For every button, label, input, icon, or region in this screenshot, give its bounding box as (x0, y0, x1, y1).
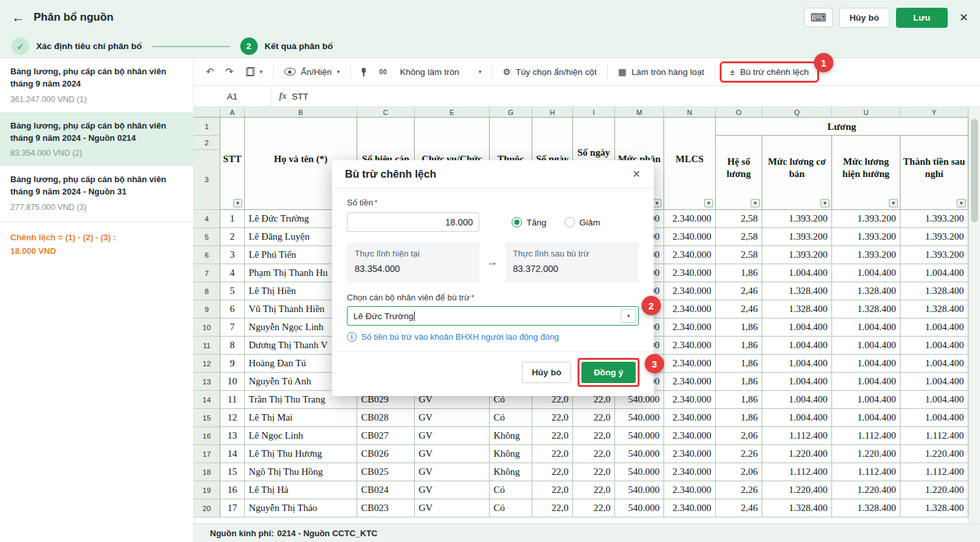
table-cell[interactable]: 540.000 (615, 463, 664, 481)
select-dropdown-button[interactable]: ▾ (621, 309, 636, 323)
table-cell[interactable]: GV (415, 427, 490, 445)
table-cell[interactable]: 22,0 (532, 445, 573, 463)
table-cell[interactable]: 540.000 (615, 409, 664, 427)
table-cell[interactable]: 1.004.400 (832, 337, 901, 355)
filter-button[interactable]: ▾ (820, 199, 829, 207)
dialog-cancel-button[interactable]: Hủy bỏ (522, 362, 571, 383)
table-cell[interactable]: 22,0 (573, 445, 615, 463)
table-cell[interactable]: 1.004.400 (762, 318, 832, 337)
table-cell[interactable]: 1.328.400 (901, 282, 968, 300)
table-cell[interactable]: 1.004.400 (762, 391, 832, 409)
redo-button[interactable]: ↷ (221, 63, 238, 80)
table-cell[interactable]: Không (490, 427, 532, 445)
table-cell[interactable]: 1.004.400 (901, 391, 968, 409)
table-cell[interactable]: 2.340.000 (664, 445, 716, 463)
rounding-dropdown[interactable]: Không làm tròn ▾ (394, 64, 487, 80)
table-cell[interactable]: 2,58 (716, 228, 762, 246)
table-cell[interactable]: 1,86 (716, 409, 762, 427)
table-cell[interactable]: 1.220.400 (832, 481, 901, 499)
table-cell[interactable]: 22,0 (573, 481, 615, 499)
step-2[interactable]: 2 Kết quả phân bổ (240, 37, 333, 55)
table-cell[interactable]: 1.393.200 (832, 228, 901, 246)
table-cell[interactable]: 1.328.400 (832, 300, 901, 318)
decimal-places-button[interactable]: 00 (375, 63, 391, 80)
table-cell[interactable]: 2.340.000 (664, 282, 716, 300)
table-cell[interactable]: 1.004.400 (832, 391, 901, 409)
table-cell[interactable]: 2.340.000 (664, 300, 716, 318)
filter-button[interactable]: ▾ (889, 199, 898, 207)
table-cell[interactable]: 1,86 (716, 373, 762, 391)
table-cell[interactable]: 1.004.400 (762, 373, 832, 391)
table-cell[interactable]: 2.340.000 (664, 409, 716, 427)
table-cell[interactable]: 1.004.400 (762, 409, 832, 427)
table-cell[interactable]: 540.000 (615, 481, 664, 499)
column-options-button[interactable]: ⚙ Tùy chọn ẩn/hiện cột (497, 63, 602, 80)
back-icon[interactable]: ← (12, 10, 25, 25)
column-header-U[interactable]: Mức lương hiện hưởng▾ (832, 136, 901, 210)
table-cell[interactable]: 1,86 (716, 264, 762, 282)
table-cell[interactable]: 2.340.000 (664, 463, 716, 481)
table-cell[interactable]: 2.340.000 (664, 355, 716, 373)
table-cell[interactable]: 5 (220, 282, 245, 300)
table-cell[interactable]: 17 (220, 499, 245, 517)
table-cell[interactable]: CB025 (357, 463, 415, 481)
table-cell[interactable]: 2,58 (716, 210, 762, 228)
column-letter-I[interactable]: I (573, 107, 615, 118)
formula-value[interactable]: STT (292, 92, 309, 101)
table-cell[interactable]: Lê Thị Hà (245, 481, 357, 499)
row-header[interactable]: 2 (194, 136, 220, 150)
table-cell[interactable]: 10 (220, 373, 245, 391)
table-cell[interactable]: 1.220.400 (832, 445, 901, 463)
row-header[interactable]: 11 (194, 337, 220, 355)
table-cell[interactable]: 1.393.200 (832, 210, 901, 228)
table-cell[interactable]: 2 (220, 228, 245, 246)
table-cell[interactable]: 2.340.000 (664, 373, 716, 391)
column-letter-N[interactable]: N (664, 107, 716, 118)
table-cell[interactable]: 14 (220, 445, 245, 463)
row-header[interactable]: 16 (194, 427, 220, 445)
save-button[interactable]: Lưu (896, 8, 948, 28)
table-cell[interactable]: 1.328.400 (762, 300, 832, 318)
table-cell[interactable]: 540.000 (615, 445, 664, 463)
table-cell[interactable]: 1.004.400 (832, 355, 901, 373)
table-cell[interactable]: 1,86 (716, 337, 762, 355)
column-header-Q[interactable]: Mức lương cơ bản▾ (762, 136, 832, 210)
table-cell[interactable]: GV (415, 409, 490, 427)
table-cell[interactable]: 1.328.400 (762, 282, 832, 300)
row-header[interactable]: 15 (194, 409, 220, 427)
table-cell[interactable]: CB026 (357, 445, 415, 463)
row-header[interactable]: 19 (194, 481, 220, 499)
vertical-scrollbar[interactable] (968, 107, 980, 523)
row-header[interactable]: 6 (194, 246, 220, 264)
table-cell[interactable]: 15 (220, 463, 245, 481)
column-letter-U[interactable]: U (832, 107, 901, 118)
column-letter-B[interactable]: B (245, 107, 357, 118)
table-cell[interactable]: 1.004.400 (762, 355, 832, 373)
table-cell[interactable]: GV (415, 445, 490, 463)
column-header-Y[interactable]: Thành tiền sau nghỉ▾ (901, 136, 968, 210)
cancel-button[interactable]: Hủy bỏ (839, 8, 890, 28)
table-cell[interactable]: 1.004.400 (832, 264, 901, 282)
column-letter-Y[interactable]: Y (901, 107, 968, 118)
cell-reference-box[interactable]: A1 (194, 86, 271, 107)
table-cell[interactable]: 1.393.200 (762, 228, 832, 246)
table-cell[interactable]: 2,26 (716, 445, 762, 463)
table-cell[interactable]: 1.004.400 (901, 337, 968, 355)
table-cell[interactable]: CB024 (357, 481, 415, 499)
table-cell[interactable]: 1.004.400 (832, 318, 901, 337)
table-cell[interactable]: 1.004.400 (901, 409, 968, 427)
sidebar-item-nguon-0214[interactable]: Bảng lương, phụ cấp cán bộ nhân viên thá… (0, 112, 193, 167)
table-cell[interactable]: 1.112.400 (832, 427, 901, 445)
table-cell[interactable]: 22,0 (532, 481, 573, 499)
table-cell[interactable]: 1.112.400 (832, 463, 901, 481)
table-cell[interactable]: 1.112.400 (762, 427, 832, 445)
table-cell[interactable]: 22,0 (532, 427, 573, 445)
table-cell[interactable]: 1.328.400 (832, 282, 901, 300)
table-cell[interactable]: 1.220.400 (762, 481, 832, 499)
table-cell[interactable]: 4 (220, 264, 245, 282)
table-cell[interactable]: 1.393.200 (901, 210, 968, 228)
filter-button[interactable]: ▾ (957, 199, 966, 207)
table-cell[interactable]: 2.340.000 (664, 499, 716, 517)
row-header[interactable]: 13 (194, 373, 220, 391)
table-cell[interactable]: Không (490, 463, 532, 481)
